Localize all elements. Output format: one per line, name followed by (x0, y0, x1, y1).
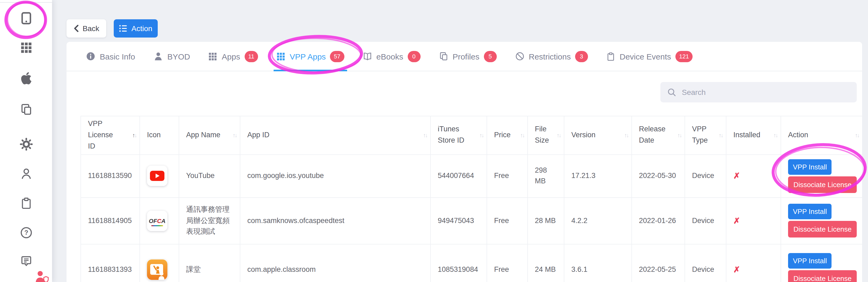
action-button[interactable]: Action (114, 19, 158, 37)
not-installed-x-icon: ✗ (733, 171, 740, 180)
not-installed-x-icon: ✗ (733, 265, 740, 274)
col-header-vpp-type[interactable]: VPPType↑↓ (685, 116, 726, 155)
tab-apps[interactable]: Apps 11 (209, 42, 258, 71)
action-button-label: Action (131, 24, 152, 33)
col-header-price[interactable]: Price↑↓ (487, 116, 528, 155)
tab-label: Apps (222, 52, 240, 61)
sort-icon[interactable]: ↑↓ (232, 131, 237, 140)
clipboard-icon (606, 52, 615, 61)
col-header-version[interactable]: Version↑↓ (564, 116, 632, 155)
tab-basic-info[interactable]: Basic Info (86, 42, 135, 71)
search-icon (668, 88, 676, 96)
sort-icon[interactable]: ↑↓ (479, 131, 483, 140)
back-button[interactable]: Back (66, 19, 106, 37)
user-icon[interactable] (20, 167, 32, 180)
col-header-file-size[interactable]: FileSize↑↓ (528, 116, 564, 155)
sort-icon[interactable]: ↑↓ (624, 131, 628, 140)
tab-byod[interactable]: BYOD (153, 42, 190, 71)
cell-action: VPP Install Dissociate License (781, 155, 862, 197)
device-tablet-icon[interactable] (19, 11, 33, 25)
classroom-app-icon (147, 260, 167, 280)
youtube-app-icon (147, 166, 167, 186)
ban-icon (515, 52, 524, 61)
tab-badge: 11 (244, 51, 258, 62)
tab-bar: Basic Info BYOD Apps 11 VPP Apps 57 eBoo… (66, 42, 862, 71)
mdm-device-page: ? Back Action Basic Info BYOD (0, 0, 868, 282)
table-toolbar (66, 71, 862, 116)
tab-vpp-apps[interactable]: VPP Apps 57 (276, 42, 344, 71)
tab-label: eBooks (376, 52, 403, 61)
vpp-install-button[interactable]: VPP Install (788, 159, 832, 175)
sidebar: ? (0, 0, 52, 282)
tab-device-events[interactable]: Device Events 121 (606, 42, 692, 71)
tab-label: Basic Info (100, 52, 135, 61)
cell-itunes-id: 1085319084 (431, 244, 487, 282)
table-row: 11618813590 YouTube com.google.ios.youtu… (81, 155, 862, 197)
cell-action: VPP Install Dissociate License (781, 244, 862, 282)
cell-vpp-type: Device (685, 197, 726, 244)
col-header-release-date[interactable]: ReleaseDate↑↓ (632, 116, 685, 155)
tab-profiles[interactable]: Profiles 5 (439, 42, 496, 71)
sort-icon[interactable]: ↑↓ (773, 131, 777, 140)
dissociate-license-button[interactable]: Dissociate License (788, 221, 857, 238)
cell-app-icon (140, 155, 179, 197)
cell-price: Free (487, 155, 528, 197)
vpp-install-button[interactable]: VPP Install (788, 253, 832, 269)
tab-label: Profiles (453, 52, 479, 61)
tab-ebooks[interactable]: eBooks 0 (362, 42, 420, 71)
pages-icon (439, 52, 448, 61)
search-input[interactable] (681, 87, 850, 97)
feedback-icon[interactable] (20, 255, 32, 267)
col-header-icon: Icon (140, 116, 179, 155)
clipboard-icon[interactable] (20, 197, 32, 209)
sort-icon[interactable]: ↑↓ (520, 131, 524, 140)
cell-app-name: 通訊事務管理局辦公室寬頻表現測試 (179, 197, 240, 244)
settings-gear-icon[interactable] (19, 137, 33, 151)
col-header-installed[interactable]: Installed↑↓ (726, 116, 781, 155)
cell-app-id: com.samknows.ofcaspeedtest (240, 197, 431, 244)
back-button-label: Back (83, 24, 99, 33)
admin-shield-icon[interactable] (35, 270, 49, 282)
cell-release-date: 2022-01-26 (632, 197, 685, 244)
cell-version: 3.6.1 (564, 244, 632, 282)
col-header-app-name[interactable]: App Name↑↓ (179, 116, 240, 155)
sort-icon[interactable]: ↑↓ (677, 131, 681, 140)
sort-icon[interactable]: ↑↓ (557, 131, 561, 140)
sort-icon[interactable]: ↑↓ (132, 131, 136, 140)
tab-restrictions[interactable]: Restrictions 3 (515, 42, 588, 71)
help-icon[interactable]: ? (20, 226, 32, 239)
col-header-app-id[interactable]: App ID↑↓ (240, 116, 431, 155)
sort-icon[interactable]: ↑↓ (423, 131, 427, 140)
sort-icon[interactable]: ↑↓ (855, 131, 859, 140)
tab-badge: 0 (407, 51, 420, 62)
cell-price: Free (487, 197, 528, 244)
tab-badge: 3 (575, 51, 588, 62)
grid-icon (209, 52, 218, 61)
tab-badge: 121 (675, 51, 693, 62)
profiles-copy-icon[interactable] (20, 103, 32, 116)
dissociate-license-button[interactable]: Dissociate License (788, 270, 857, 282)
cell-itunes-id: 544007664 (431, 155, 487, 197)
not-installed-x-icon: ✗ (733, 216, 740, 225)
tab-badge: 57 (330, 51, 344, 62)
svg-text:?: ? (24, 229, 28, 236)
chevron-left-icon (73, 25, 79, 32)
grid-icon (276, 52, 285, 61)
apps-grid-icon[interactable] (20, 41, 32, 54)
cell-price: Free (487, 244, 528, 282)
cell-file-size: 24 MB (528, 244, 564, 282)
cell-license-id: 11618814905 (81, 197, 140, 244)
cell-vpp-type: Device (685, 155, 726, 197)
col-header-vpp-license-id[interactable]: VPP LicenseID↑↓ (81, 116, 140, 155)
col-header-itunes-store-id[interactable]: iTunesStore ID↑↓ (431, 116, 487, 155)
apple-icon[interactable] (20, 71, 32, 85)
vpp-apps-table: VPP LicenseID↑↓ Icon App Name↑↓ App ID↑↓… (81, 116, 863, 282)
search-box[interactable] (660, 82, 857, 102)
cell-file-size: 298 MB (528, 155, 564, 197)
sort-icon[interactable]: ↑↓ (719, 131, 723, 140)
col-header-action[interactable]: Action↑↓ (781, 116, 862, 155)
vpp-install-button[interactable]: VPP Install (788, 204, 832, 220)
info-icon (86, 52, 95, 61)
cell-app-id: com.google.ios.youtube (240, 155, 431, 197)
dissociate-license-button[interactable]: Dissociate License (788, 177, 857, 193)
